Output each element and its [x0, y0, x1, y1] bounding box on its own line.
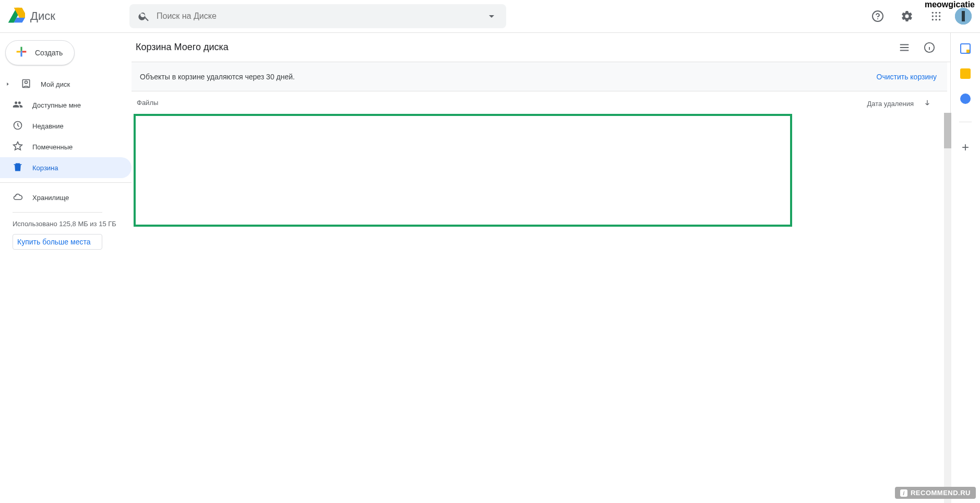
watermark-icon: i — [900, 489, 907, 497]
new-button[interactable]: Создать — [5, 40, 75, 65]
svg-point-7 — [939, 15, 940, 17]
svg-point-3 — [935, 12, 937, 14]
settings-button[interactable] — [897, 6, 917, 27]
plus-icon — [14, 44, 29, 61]
add-addon-button[interactable]: + — [962, 140, 969, 155]
content-header: Корзина Моего диска — [132, 33, 950, 62]
sidebar-item-recent[interactable]: Недавние — [0, 115, 132, 136]
tasks-app-icon[interactable] — [960, 93, 971, 104]
info-button[interactable] — [919, 37, 940, 58]
sidebar-item-starred[interactable]: Помеченные — [0, 136, 132, 157]
my-drive-icon — [21, 78, 31, 90]
shared-icon — [13, 99, 23, 111]
sidebar-divider — [0, 182, 132, 183]
search-input[interactable] — [150, 11, 485, 21]
account-avatar[interactable] — [955, 8, 972, 25]
sidebar: Создать Мой диск Доступные мне Недавние … — [0, 33, 132, 503]
column-deleted-label: Дата удаления — [867, 100, 914, 108]
watermark-text: RECOMMEND.RU — [911, 489, 971, 497]
search-bar[interactable] — [129, 4, 506, 28]
sidebar-item-trash[interactable]: Корзина — [0, 157, 132, 178]
app-name: Диск — [30, 9, 55, 23]
content-area: Корзина Моего диска Объекты в корзине уд… — [132, 33, 951, 503]
watermark: i RECOMMEND.RU — [895, 487, 976, 499]
file-list-area — [132, 113, 950, 503]
new-button-label: Создать — [35, 49, 63, 57]
empty-trash-button[interactable]: Очистить корзину — [877, 73, 937, 81]
banner-text: Объекты в корзине удаляются через 30 дне… — [140, 73, 295, 81]
rail-divider — [959, 122, 972, 122]
column-files[interactable]: Файлы — [137, 99, 867, 109]
svg-point-6 — [935, 15, 937, 17]
highlight-box — [134, 114, 792, 227]
arrow-down-icon — [923, 99, 931, 109]
side-panel: + — [951, 33, 980, 503]
search-options-icon[interactable] — [485, 10, 498, 22]
storage-used-text: Использовано 125,8 МБ из 15 ГБ — [0, 217, 132, 234]
trash-icon — [13, 162, 23, 174]
topbar: Диск — [0, 0, 980, 33]
svg-point-1 — [877, 18, 878, 19]
sidebar-item-label: Корзина — [32, 164, 58, 172]
svg-rect-12 — [962, 11, 965, 21]
chevron-right-icon — [5, 81, 11, 87]
svg-point-2 — [932, 12, 934, 14]
svg-point-5 — [932, 15, 934, 17]
keep-app-icon[interactable] — [960, 68, 971, 79]
sidebar-item-storage[interactable]: Хранилище — [0, 187, 132, 208]
scroll-thumb[interactable] — [944, 113, 951, 148]
sidebar-item-my-drive[interactable]: Мой диск — [0, 74, 132, 95]
svg-point-15 — [25, 81, 28, 84]
buy-storage-button[interactable]: Купить больше места — [13, 234, 102, 250]
cloud-icon — [13, 192, 23, 204]
svg-point-9 — [935, 19, 937, 20]
logo-block[interactable]: Диск — [8, 7, 129, 26]
svg-point-10 — [939, 19, 940, 20]
sidebar-item-label: Недавние — [32, 122, 64, 130]
help-button[interactable] — [867, 6, 888, 27]
calendar-app-icon[interactable] — [960, 43, 971, 54]
trash-info-banner: Объекты в корзине удаляются через 30 дне… — [132, 62, 947, 91]
svg-rect-13 — [20, 51, 22, 52]
username-tag: meowgicatie — [925, 0, 975, 9]
sidebar-item-label: Помеченные — [32, 143, 73, 151]
list-header: Файлы Дата удаления — [132, 91, 950, 113]
scrollbar[interactable] — [944, 113, 951, 503]
search-icon — [138, 10, 150, 22]
sidebar-item-label: Мой диск — [41, 80, 70, 88]
column-deleted-date[interactable]: Дата удаления — [867, 99, 935, 109]
drive-logo-icon — [8, 7, 25, 26]
svg-point-8 — [932, 19, 934, 20]
svg-point-4 — [939, 12, 940, 14]
storage-bar — [13, 212, 102, 213]
sidebar-item-label: Хранилище — [32, 194, 69, 202]
star-icon — [13, 141, 23, 153]
sidebar-item-label: Доступные мне — [32, 101, 81, 109]
clock-icon — [13, 120, 23, 132]
page-title: Корзина Моего диска — [136, 42, 894, 53]
sidebar-item-shared[interactable]: Доступные мне — [0, 95, 132, 115]
view-list-button[interactable] — [894, 37, 915, 58]
